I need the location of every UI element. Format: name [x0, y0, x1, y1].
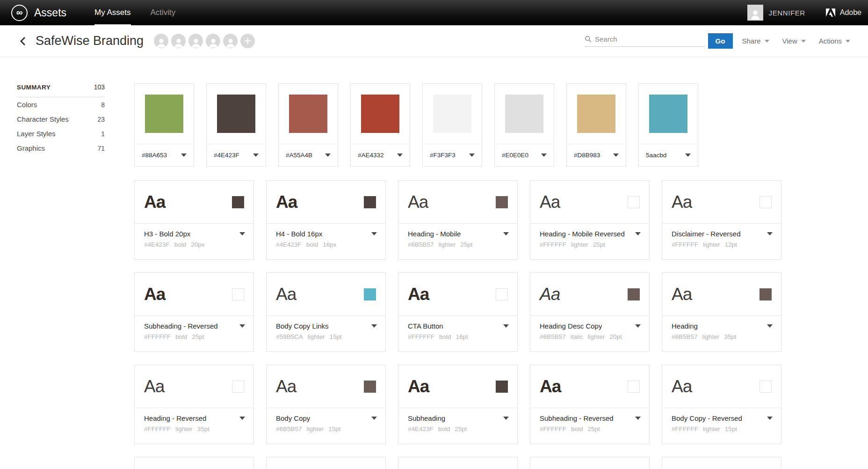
add-collaborator-button[interactable] [240, 34, 255, 48]
sidebar-item-colors[interactable]: Colors 8 [17, 97, 105, 112]
color-asset-card[interactable]: #AE4332 [350, 83, 410, 167]
chevron-down-icon[interactable] [239, 324, 245, 328]
color-hex-label: #D8B983 [574, 152, 600, 159]
character-style-card[interactable]: Aa Body Copy - Reversed #FFFFFFlighter15… [662, 365, 781, 444]
search-input[interactable] [595, 35, 704, 43]
character-style-card[interactable]: Aa Subheading #4E423Fbold25pt [398, 365, 518, 444]
user-name-label[interactable]: JENNIFER [769, 9, 805, 17]
chevron-down-icon[interactable] [253, 154, 259, 157]
actions-menu[interactable]: Actions [819, 37, 850, 45]
character-style-card[interactable]: Aa Heading - Mobile Reversed #FFFFFFligh… [530, 180, 650, 260]
back-button[interactable] [19, 35, 31, 47]
collaborator-avatar[interactable] [223, 34, 238, 48]
character-style-card[interactable]: Aa Heading - Mobile #6B5B57lighter25pt [398, 180, 518, 260]
color-asset-card[interactable]: 5aacbd [638, 83, 698, 167]
chevron-down-icon[interactable] [469, 154, 475, 157]
character-style-card-partial[interactable] [398, 457, 518, 469]
character-style-card-partial[interactable] [662, 457, 781, 469]
person-icon [749, 8, 761, 21]
chevron-down-icon[interactable] [767, 232, 773, 235]
style-details: #FFFFFFlighter15pt [672, 425, 773, 432]
color-hex-label: #4E423F [214, 152, 239, 159]
chevron-down-icon[interactable] [239, 232, 245, 235]
chevron-down-icon[interactable] [541, 154, 547, 157]
style-info-area: Body Copy - Reversed #FFFFFFlighter15pt [662, 408, 781, 444]
style-name: Subheading - Reversed [144, 322, 218, 330]
color-asset-card[interactable]: #88A653 [134, 83, 194, 167]
sidebar-item-character-styles[interactable]: Character Styles 23 [17, 112, 105, 126]
color-asset-card[interactable]: #D8B983 [566, 83, 626, 167]
view-menu[interactable]: View [782, 37, 806, 45]
character-style-card[interactable]: Aa Subheading - Reversed #FFFFFFbold25pt [530, 365, 650, 444]
search-go-button[interactable]: Go [708, 33, 733, 49]
color-asset-card[interactable]: #4E423F [206, 83, 266, 167]
style-name: Disclaimer - Reversed [672, 230, 741, 238]
chevron-down-icon[interactable] [635, 324, 641, 328]
style-name: CTA Button [408, 322, 443, 330]
style-detail-token: 16px [323, 241, 336, 248]
sidebar-item-layer-styles[interactable]: Layer Styles 1 [17, 126, 105, 141]
share-menu[interactable]: Share [742, 37, 769, 45]
chevron-down-icon[interactable] [613, 154, 619, 157]
style-detail-token: #FFFFFF [540, 425, 566, 432]
character-style-card[interactable]: Aa Subheading - Reversed #FFFFFFbold25pt [134, 272, 254, 352]
style-details: #FFFFFFbold25pt [540, 425, 641, 432]
style-color-swatch [364, 196, 376, 208]
collaborator-avatar[interactable] [206, 34, 220, 48]
style-detail-token: bold [571, 425, 583, 432]
chevron-down-icon[interactable] [767, 324, 773, 328]
character-style-card[interactable]: Aa H3 - Bold 20px #4E423Fbold20px [134, 180, 254, 260]
tab-activity[interactable]: Activity [151, 0, 176, 25]
chevron-down-icon[interactable] [685, 154, 691, 157]
style-name: H3 - Bold 20px [144, 230, 190, 238]
chevron-down-icon[interactable] [325, 154, 331, 157]
character-style-card-partial[interactable] [134, 457, 254, 469]
chevron-down-icon[interactable] [371, 232, 377, 235]
style-name: Body Copy - Reversed [672, 414, 742, 422]
style-color-swatch [232, 288, 244, 300]
character-style-card[interactable]: Aa Body Copy #6B5B57lighter15pt [266, 365, 386, 444]
chevron-down-icon[interactable] [503, 324, 509, 328]
character-style-card-partial[interactable] [530, 457, 650, 469]
chevron-down-icon[interactable] [239, 417, 245, 420]
style-details: #59B5CAlighter15pt [276, 333, 377, 340]
color-swatch-area [351, 84, 410, 144]
color-asset-card[interactable]: #F3F3F3 [422, 83, 482, 167]
style-sample-text: Aa [276, 193, 297, 211]
style-preview-area: Aa [267, 273, 385, 316]
color-asset-card[interactable]: #A55A4B [278, 83, 338, 167]
collaborator-avatar[interactable] [171, 34, 186, 48]
tab-my-assets[interactable]: My Assets [94, 0, 130, 25]
collaborator-avatar[interactable] [154, 34, 168, 48]
character-style-card[interactable]: Aa Heading #6B5B57lighter35pt [662, 272, 781, 352]
character-style-card[interactable]: Aa Disclaimer - Reversed #FFFFFFlighter1… [662, 180, 781, 260]
character-style-card[interactable]: Aa CTA Button #FFFFFFbold16pt [398, 272, 518, 352]
chevron-down-icon[interactable] [503, 417, 509, 420]
style-name: Heading - Reversed [144, 414, 206, 422]
character-style-card[interactable]: Aa Heading - Reversed #FFFFFFlighter35pt [134, 365, 254, 444]
collaborator-avatar[interactable] [188, 34, 203, 48]
style-color-swatch [628, 196, 640, 208]
user-avatar[interactable] [747, 5, 763, 21]
character-style-card[interactable]: Aa Heading Desc Copy #6B5B57italiclighte… [530, 272, 650, 352]
chevron-down-icon[interactable] [181, 154, 187, 157]
color-asset-card[interactable]: #E0E0E0 [494, 83, 554, 167]
chevron-left-icon [19, 36, 28, 46]
chevron-down-icon[interactable] [397, 154, 403, 157]
chevron-down-icon[interactable] [371, 417, 377, 420]
search-field[interactable] [585, 35, 704, 47]
character-style-card[interactable]: Aa H4 - Bold 16px #4E423Fbold16px [266, 180, 386, 260]
style-details: #FFFFFFbold25pt [144, 333, 245, 340]
character-style-card[interactable]: Aa Body Copy Links #59B5CAlighter15pt [266, 272, 386, 352]
chevron-down-icon[interactable] [635, 232, 641, 235]
chevron-down-icon[interactable] [767, 417, 773, 420]
sidebar-item-graphics[interactable]: Graphics 71 [17, 141, 105, 155]
top-nav-tabs: My Assets Activity [94, 0, 175, 25]
color-swatch-area [567, 84, 626, 144]
chevron-down-icon[interactable] [503, 232, 509, 235]
chevron-down-icon[interactable] [371, 324, 377, 328]
chevron-down-icon[interactable] [635, 417, 641, 420]
character-style-card-partial[interactable] [266, 457, 386, 469]
style-info-area: Subheading - Reversed #FFFFFFbold25pt [530, 408, 649, 444]
person-icon [173, 37, 184, 48]
